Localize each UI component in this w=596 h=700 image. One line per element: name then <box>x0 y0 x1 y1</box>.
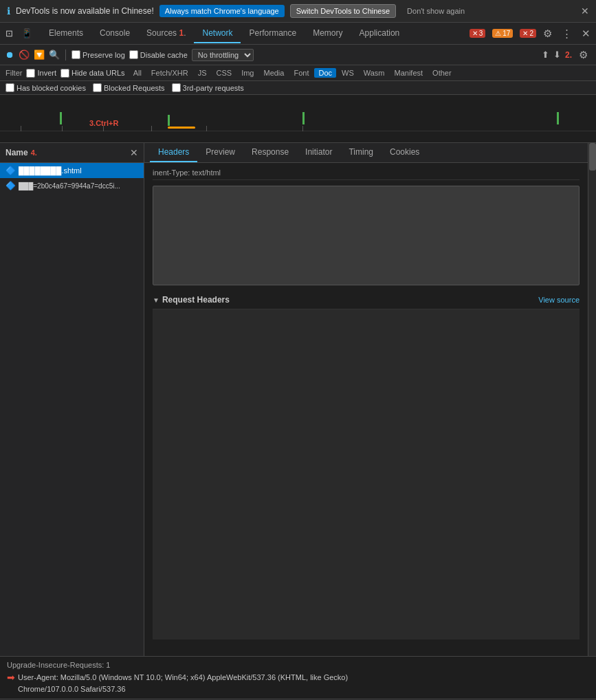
tick-1 <box>21 126 21 131</box>
file-list-header: Name 4. ✕ <box>0 143 144 163</box>
blocked-requests-label[interactable]: Blocked Requests <box>93 83 165 92</box>
scrollbar-thumb[interactable] <box>589 143 596 171</box>
info-icon: ℹ <box>7 6 10 17</box>
has-blocked-cookies-text: Has blocked cookies <box>16 84 86 92</box>
filter-other-button[interactable]: Other <box>428 68 456 78</box>
filter-media-button[interactable]: Media <box>259 68 288 78</box>
has-blocked-cookies-label[interactable]: Has blocked cookies <box>5 83 86 92</box>
sources-num: 1 <box>179 28 184 38</box>
filter-fetch-xhr-button[interactable]: Fetch/XHR <box>147 68 192 78</box>
search-icon[interactable]: 🔍 <box>49 50 60 60</box>
import-icon[interactable]: ⬆ <box>542 50 549 60</box>
tab-memory[interactable]: Memory <box>305 24 351 43</box>
tick-3 <box>103 126 104 131</box>
upgrade-insecure-line: Upgrade-Insecure-Requests: 1 <box>7 661 589 669</box>
preserve-log-label[interactable]: Preserve log <box>71 50 125 59</box>
more-options-icon[interactable]: ⋮ <box>559 26 575 41</box>
tab-elements[interactable]: Elements <box>41 24 91 43</box>
sub-tab-initiator[interactable]: Initiator <box>297 143 340 162</box>
network-toolbar: ⏺ 🚫 🔽 🔍 Preserve log Disable cache No th… <box>0 45 596 65</box>
file-item-2[interactable]: 🔷 ███=2b0c4a67=9944a7=dcc5i... <box>0 178 144 193</box>
down-arrow-icon: ➡ <box>7 672 15 683</box>
request-headers-section-header[interactable]: ▼ Request Headers View source <box>153 291 580 309</box>
request-headers-content <box>153 309 580 639</box>
filter-img-button[interactable]: Img <box>237 68 258 78</box>
sub-tab-timing[interactable]: Timing <box>340 143 382 162</box>
invert-label[interactable]: Invert <box>26 69 56 78</box>
export-icon[interactable]: ⬇ <box>553 50 561 60</box>
disable-cache-checkbox[interactable] <box>129 50 138 59</box>
sub-tab-preview[interactable]: Preview <box>197 143 243 162</box>
tab-console[interactable]: Console <box>91 24 138 43</box>
hide-data-urls-checkbox[interactable] <box>60 69 69 78</box>
warn-count: 17 <box>503 30 510 37</box>
file-item-1[interactable]: 🔷 ████████.shtml <box>0 163 144 178</box>
wf-bar-2 <box>168 115 170 126</box>
dont-show-button[interactable]: Don't show again <box>401 5 470 17</box>
warn-icon: ⚠ <box>495 30 501 37</box>
record-icon[interactable]: ⏺ <box>5 50 14 60</box>
bottom-info-area: Upgrade-Insecure-Requests: 1 ➡ User-Agen… <box>0 656 596 699</box>
blocked-requests-checkbox[interactable] <box>93 83 102 92</box>
has-blocked-cookies-checkbox[interactable] <box>5 83 14 92</box>
warn-badge: ⚠ 17 <box>492 29 513 38</box>
error-count: 3 <box>479 30 483 37</box>
close-devtools-icon[interactable]: ✕ <box>579 26 593 41</box>
tab-network[interactable]: Network <box>194 24 241 43</box>
throttle-select[interactable]: No throttling <box>192 49 254 61</box>
wf-bar-4 <box>557 112 559 124</box>
mobile-icon[interactable]: 📱 <box>19 27 35 40</box>
close-file-list-icon[interactable]: ✕ <box>130 147 138 158</box>
preserve-log-text: Preserve log <box>82 51 125 59</box>
filter-all-button[interactable]: All <box>129 68 146 78</box>
main-tab-bar: ⊡ 📱 Elements Console Sources 1. Network … <box>0 23 596 45</box>
filter-ws-button[interactable]: WS <box>338 68 358 78</box>
filter-js-button[interactable]: JS <box>194 68 211 78</box>
sources-label: Sources <box>146 28 177 38</box>
sub-tab-response[interactable]: Response <box>243 143 297 162</box>
settings-icon[interactable]: ⚙ <box>540 26 555 41</box>
cursor-icon[interactable]: ⊡ <box>3 27 16 40</box>
ua-line-2: Chrome/107.0.0.0 Safari/537.36 <box>18 683 348 695</box>
error-badge-2: ✕ 2 <box>520 29 536 38</box>
invert-text: Invert <box>37 69 56 77</box>
tab-performance[interactable]: Performance <box>241 24 305 43</box>
error-icon-2: ✕ <box>522 30 528 37</box>
sub-tab-cookies[interactable]: Cookies <box>382 143 428 162</box>
filter-manifest-button[interactable]: Manifest <box>390 68 428 78</box>
filter-css-button[interactable]: CSS <box>212 68 236 78</box>
preserve-log-checkbox[interactable] <box>71 50 80 59</box>
disable-cache-label[interactable]: Disable cache <box>129 50 188 59</box>
file-icon-1: 🔷 <box>5 166 16 175</box>
tick-4 <box>151 126 152 131</box>
vertical-scrollbar[interactable] <box>588 143 596 656</box>
tab-application[interactable]: Application <box>351 24 408 43</box>
sub-tab-headers[interactable]: Headers <box>150 143 197 162</box>
tab-sources[interactable]: Sources 1. <box>138 24 194 43</box>
detail-content: inent-Type: text/html ▼ Request Headers … <box>144 163 588 656</box>
third-party-label[interactable]: 3rd-party requests <box>172 83 244 92</box>
close-banner-icon[interactable]: ✕ <box>581 6 589 17</box>
filter-font-button[interactable]: Font <box>289 68 313 78</box>
filter-wasm-button[interactable]: Wasm <box>360 68 389 78</box>
hide-data-urls-label[interactable]: Hide data URLs <box>60 69 125 78</box>
match-language-button[interactable]: Always match Chrome's language <box>159 5 285 17</box>
view-source-link[interactable]: View source <box>538 296 580 304</box>
separator-1 <box>65 50 66 61</box>
third-party-text: 3rd-party requests <box>183 84 244 92</box>
clear-icon[interactable]: 🚫 <box>19 50 30 60</box>
response-preview-box <box>153 186 580 285</box>
third-party-checkbox[interactable] <box>172 83 181 92</box>
invert-checkbox[interactable] <box>26 69 35 78</box>
name-column-header: Name <box>5 148 28 157</box>
network-settings-icon[interactable]: ⚙ <box>576 47 591 63</box>
filter-doc-button[interactable]: Doc <box>314 68 336 78</box>
request-headers-title: Request Headers <box>162 295 230 305</box>
filter-icon[interactable]: 🔽 <box>34 50 45 60</box>
file-name-1: ████████.shtml <box>19 166 82 175</box>
tick-6 <box>302 126 303 131</box>
switch-devtools-button[interactable]: Switch DevTools to Chinese <box>290 4 396 18</box>
error-badge: ✕ 3 <box>470 29 486 38</box>
wf-bar-3 <box>302 112 305 124</box>
wf-bar-highlight <box>168 127 195 129</box>
